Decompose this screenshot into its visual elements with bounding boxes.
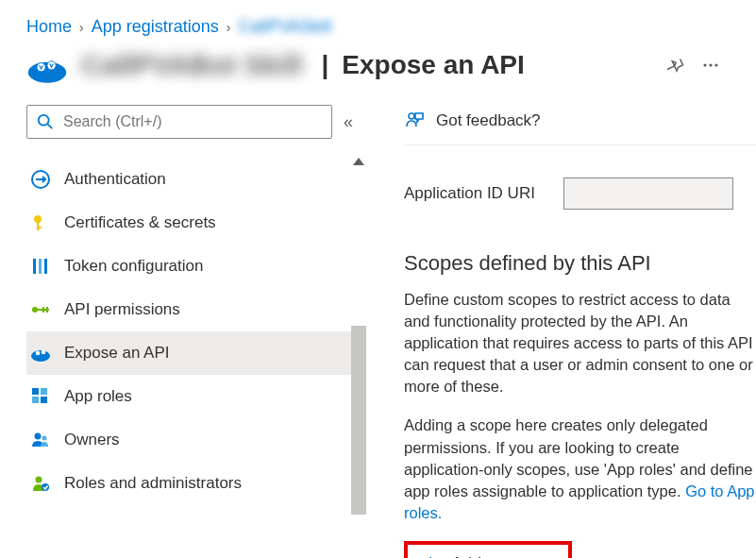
sidebar-item-label: Certificates & secrets — [64, 213, 216, 232]
scroll-up-icon[interactable] — [353, 158, 364, 165]
sidebar-item-owners[interactable]: Owners — [26, 418, 361, 462]
svg-rect-13 — [39, 259, 42, 274]
svg-point-1 — [37, 63, 45, 72]
svg-rect-12 — [33, 259, 36, 274]
content: Got feedback? Application ID URI Scopes … — [366, 105, 756, 558]
add-scope-label: Add a scope — [451, 554, 546, 558]
sidebar-item-label: Expose an API — [64, 344, 170, 363]
api-permissions-icon — [30, 299, 51, 320]
chevron-right-icon: › — [79, 20, 84, 35]
svg-point-9 — [34, 215, 42, 223]
svg-point-20 — [36, 351, 41, 356]
scroll-thumb[interactable] — [351, 326, 366, 515]
svg-point-15 — [32, 307, 38, 313]
sidebar-item-roles-administrators[interactable]: Roles and administrators — [26, 462, 361, 505]
breadcrumb: Home › App registrations › CallPVASkill — [0, 0, 756, 46]
svg-point-27 — [42, 436, 47, 441]
svg-rect-10 — [37, 222, 40, 230]
application-id-uri-label: Application ID URI — [404, 184, 535, 203]
title-separator: | — [322, 50, 329, 80]
sidebar-item-token-configuration[interactable]: Token configuration — [26, 245, 361, 288]
expose-api-icon — [30, 343, 51, 364]
svg-point-19 — [31, 350, 50, 362]
svg-point-26 — [35, 433, 42, 440]
page-title: Expose an API — [342, 50, 524, 80]
sidebar: « Authentication Certificates & secrets … — [0, 105, 366, 558]
svg-rect-11 — [37, 227, 42, 228]
got-feedback-label: Got feedback? — [436, 111, 541, 130]
svg-rect-24 — [41, 388, 47, 395]
sidebar-item-expose-api[interactable]: Expose an API — [26, 331, 361, 375]
sidebar-item-api-permissions[interactable]: API permissions — [26, 288, 361, 331]
sidebar-item-certificates-secrets[interactable]: Certificates & secrets — [26, 201, 361, 245]
app-roles-icon — [30, 386, 51, 407]
add-scope-button[interactable]: Add a scope — [404, 541, 572, 558]
breadcrumb-app-name[interactable]: CallPVASkill — [238, 17, 331, 37]
application-id-uri-input[interactable] — [563, 178, 733, 210]
roles-admin-icon — [30, 473, 51, 494]
search-icon — [37, 113, 54, 130]
svg-point-21 — [42, 350, 46, 355]
svg-point-28 — [36, 477, 42, 483]
svg-point-5 — [714, 63, 717, 66]
feedback-icon — [404, 110, 425, 131]
more-icon[interactable] — [701, 56, 720, 75]
got-feedback-link[interactable]: Got feedback? — [404, 110, 756, 131]
sidebar-item-label: Authentication — [64, 170, 166, 189]
sidebar-item-authentication[interactable]: Authentication — [26, 158, 361, 201]
sidebar-item-label: App roles — [64, 387, 132, 406]
svg-point-6 — [39, 115, 49, 126]
scopes-heading: Scopes defined by this API — [404, 251, 756, 276]
page-title-row: CallPVABot Skill | Expose an API — [0, 46, 756, 105]
divider — [404, 144, 756, 145]
sidebar-item-app-roles[interactable]: App roles — [26, 375, 361, 418]
key-icon — [30, 212, 51, 233]
scopes-description-2: Adding a scope here creates only delegat… — [404, 414, 756, 523]
sidebar-item-label: API permissions — [64, 300, 180, 319]
token-icon — [30, 256, 51, 277]
svg-point-30 — [409, 113, 414, 119]
svg-rect-14 — [44, 259, 47, 274]
chevron-right-icon: › — [227, 20, 231, 35]
scopes-description-1: Define custom scopes to restrict access … — [404, 289, 756, 397]
scrollbar[interactable] — [351, 158, 366, 505]
svg-point-2 — [47, 61, 56, 70]
sidebar-item-label: Token configuration — [64, 257, 203, 276]
sidebar-item-label: Owners — [64, 431, 120, 449]
svg-rect-22 — [32, 388, 39, 395]
breadcrumb-home[interactable]: Home — [26, 17, 72, 37]
svg-line-7 — [48, 125, 53, 129]
application-id-uri-row: Application ID URI — [404, 178, 756, 210]
owners-icon — [30, 430, 51, 450]
collapse-sidebar-icon[interactable]: « — [344, 112, 361, 132]
sidebar-search[interactable] — [26, 105, 332, 139]
breadcrumb-app-registrations[interactable]: App registrations — [92, 17, 219, 37]
pin-icon[interactable] — [665, 56, 684, 75]
svg-point-4 — [709, 63, 712, 66]
svg-rect-23 — [32, 397, 39, 403]
svg-point-3 — [703, 63, 706, 66]
app-name-title: CallPVABot Skill — [81, 49, 303, 81]
sidebar-item-label: Roles and administrators — [64, 474, 242, 493]
search-input[interactable] — [63, 113, 322, 130]
app-icon — [26, 48, 68, 82]
sidebar-nav: Authentication Certificates & secrets To… — [26, 158, 361, 505]
auth-icon — [30, 169, 51, 190]
svg-rect-25 — [41, 397, 47, 403]
